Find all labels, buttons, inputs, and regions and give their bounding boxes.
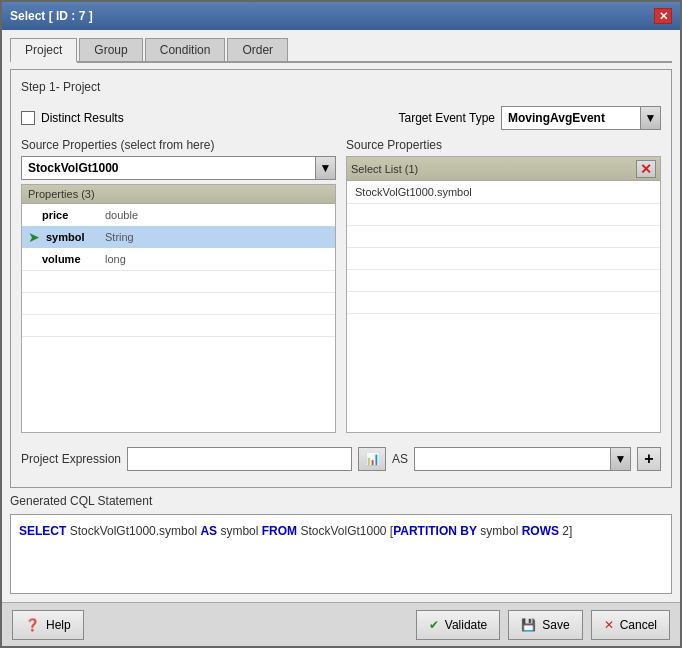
distinct-results-checkbox[interactable] [21,111,35,125]
empty-row-4 [22,336,335,358]
prop-name-volume: volume [42,253,97,265]
delete-button[interactable]: ✕ [636,160,656,178]
validate-icon: ✔ [429,618,439,632]
prop-type-symbol: String [105,231,134,243]
save-icon: 💾 [521,618,536,632]
source-dropdown-text: StockVolGt1000 [22,159,315,177]
tab-order[interactable]: Order [227,38,288,61]
empty-row-2 [22,292,335,314]
formula-icon: 📊 [365,452,380,466]
cancel-button[interactable]: ✕ Cancel [591,610,670,640]
window-title: Select [ ID : 7 ] [10,9,93,23]
right-empty-5 [347,291,660,313]
cql-part-1: StockVolGt1000.symbol [66,524,200,538]
close-button[interactable]: ✕ [654,8,672,24]
right-col-header: Source Properties [346,138,661,152]
distinct-results-row: Distinct Results [21,111,336,125]
add-button[interactable]: + [637,447,661,471]
as-input[interactable] [415,450,610,468]
left-col-header: Source Properties (select from here) [21,138,336,152]
prop-name-symbol: symbol [46,231,101,243]
target-event-row: Target Event Type MovingAvgEvent ▼ [346,106,661,130]
prop-name-price: price [42,209,97,221]
validate-label: Validate [445,618,487,632]
empty-row-3 [22,314,335,336]
cql-part-5: 2] [559,524,572,538]
prop-row-price[interactable]: price double [22,204,335,226]
prop-row-symbol[interactable]: ➤ symbol String [22,226,335,248]
cql-partition: PARTITION BY [393,524,477,538]
cql-section: Generated CQL Statement SELECT StockVolG… [10,494,672,594]
right-column: Source Properties Select List (1) ✕ Stoc… [346,138,661,433]
project-expr-label: Project Expression [21,452,121,466]
right-empty-4 [347,269,660,291]
right-properties-table: Select List (1) ✕ StockVolGt1000.symbol [346,156,661,433]
cql-content: SELECT StockVolGt1000.symbol AS symbol F… [10,514,672,594]
cql-title: Generated CQL Statement [10,494,672,508]
tab-project[interactable]: Project [10,38,77,63]
help-label: Help [46,618,71,632]
source-dropdown[interactable]: StockVolGt1000 ▼ [21,156,336,180]
as-dropdown-button[interactable]: ▼ [610,448,630,470]
target-event-label: Target Event Type [398,111,495,125]
cql-rows: ROWS [522,524,559,538]
validate-button[interactable]: ✔ Validate [416,610,500,640]
source-dropdown-arrow[interactable]: ▼ [315,157,335,179]
help-button[interactable]: ❓ Help [12,610,84,640]
cql-text: SELECT StockVolGt1000.symbol AS symbol F… [19,523,663,540]
main-panel: Step 1- Project Distinct Results Target … [10,69,672,488]
main-content: Project Group Condition Order Step 1- Pr… [2,30,680,602]
cql-from: FROM [262,524,297,538]
arrow-right-icon: ➤ [28,229,42,245]
as-input-group: ▼ [414,447,631,471]
right-table-row-1[interactable]: StockVolGt1000.symbol [347,181,660,203]
left-column: Source Properties (select from here) Sto… [21,138,336,433]
right-table-value-1: StockVolGt1000.symbol [355,186,472,198]
save-label: Save [542,618,569,632]
step-title: Step 1- Project [21,80,661,94]
target-event-dropdown[interactable]: MovingAvgEvent ▼ [501,106,661,130]
select-list-header: Select List (1) [351,163,418,175]
cql-part-2: symbol [217,524,262,538]
cql-as: AS [200,524,217,538]
save-button[interactable]: 💾 Save [508,610,582,640]
titlebar: Select [ ID : 7 ] ✕ [2,2,680,30]
properties-table: Properties (3) price double ➤ symbol Str… [21,184,336,433]
cql-select: SELECT [19,524,66,538]
footer-left: ❓ Help [12,610,84,640]
right-empty-1 [347,203,660,225]
cql-part-4: symbol [477,524,522,538]
right-panel-header: Select List (1) ✕ [347,157,660,181]
project-expr-input[interactable] [127,447,352,471]
cancel-label: Cancel [620,618,657,632]
prop-type-volume: long [105,253,126,265]
prop-row-volume[interactable]: volume long [22,248,335,270]
main-window: Select [ ID : 7 ] ✕ Project Group Condit… [0,0,682,648]
right-empty-6 [347,313,660,335]
chevron-down-icon: ▼ [320,161,332,175]
tab-group[interactable]: Group [79,38,142,61]
expr-icon-button[interactable]: 📊 [358,447,386,471]
tab-condition[interactable]: Condition [145,38,226,61]
right-empty-2 [347,225,660,247]
empty-row-1 [22,270,335,292]
distinct-results-label: Distinct Results [41,111,124,125]
target-event-dropdown-arrow[interactable]: ▼ [640,107,660,129]
delete-icon: ✕ [640,161,652,177]
chevron-down-icon: ▼ [615,452,627,466]
footer-right: ✔ Validate 💾 Save ✕ Cancel [416,610,670,640]
cql-part-3: StockVolGt1000 [ [297,524,393,538]
footer: ❓ Help ✔ Validate 💾 Save ✕ Cancel [2,602,680,646]
tab-bar: Project Group Condition Order [10,38,672,63]
target-event-value: MovingAvgEvent [502,109,640,127]
project-expression-row: Project Expression 📊 AS ▼ + [21,441,661,477]
cancel-icon: ✕ [604,618,614,632]
chevron-down-icon: ▼ [645,111,657,125]
right-empty-3 [347,247,660,269]
two-column-layout: Source Properties (select from here) Sto… [21,138,661,433]
prop-type-price: double [105,209,138,221]
options-row: Distinct Results Target Event Type Movin… [21,106,661,130]
help-icon: ❓ [25,618,40,632]
properties-header: Properties (3) [22,185,335,204]
as-label: AS [392,452,408,466]
